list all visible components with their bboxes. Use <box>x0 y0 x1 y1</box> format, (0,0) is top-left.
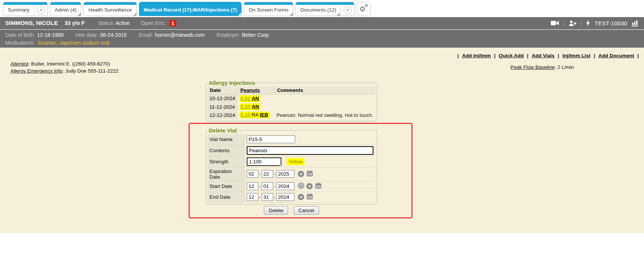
injection-comment: Peanuts: Normal red swelling. Hot to tou… <box>275 111 375 119</box>
reaction-code-link[interactable]: IEB <box>260 112 268 118</box>
email: Email:horner@mieweb.com <box>139 32 205 38</box>
table-header-row: Date Peanuts Comments <box>208 86 375 95</box>
status-value: Active <box>116 20 130 26</box>
start-month-input[interactable] <box>247 182 258 190</box>
end-year-input[interactable] <box>276 193 294 201</box>
start-year-input[interactable] <box>276 182 294 190</box>
calendar-icon[interactable] <box>306 172 313 178</box>
employer-label: Employer: <box>217 32 240 38</box>
tab-medical-record-active[interactable]: Medical Record (17):MAR/Injections (7) <box>139 2 242 16</box>
clock-icon[interactable] <box>298 185 304 190</box>
dose-link[interactable]: 0.10 <box>240 104 250 109</box>
date-separator: - <box>259 171 261 177</box>
dob-label: Date of birth: <box>5 32 35 38</box>
separator: | <box>494 53 496 58</box>
table-row: 10-12-2024 0.02 AN <box>208 95 375 103</box>
separator: | <box>594 53 595 58</box>
tab-health-surveillance[interactable]: Health Surveillance <box>83 2 136 16</box>
clear-date-icon[interactable] <box>298 194 304 200</box>
link-quick-add[interactable]: Quick Add <box>499 53 524 58</box>
injection-comment <box>275 103 375 111</box>
separator: | <box>637 53 639 58</box>
cancel-button[interactable]: Cancel <box>294 206 319 215</box>
resize-handle-icon[interactable] <box>279 163 282 166</box>
allergist-link[interactable]: Allergist <box>10 61 28 67</box>
start-date-cell: -- <box>245 181 376 192</box>
contents-cell <box>245 145 376 156</box>
open-enc-badge[interactable]: 1 <box>169 20 176 26</box>
divider <box>581 20 581 26</box>
settings-gear-icon[interactable] <box>357 2 370 16</box>
contents-input[interactable] <box>247 146 373 155</box>
video-camera-icon[interactable] <box>551 20 559 26</box>
demographics-line-2: Medications: losartan, naproxen sodium o… <box>5 39 639 47</box>
patient-header-bar: SIMMONS, NICOLE 33 y/o F Status: Active … <box>0 17 644 29</box>
employer: Employer:Better Corp. <box>217 32 270 38</box>
link-add-inj-imm[interactable]: Add Inj/Imm <box>462 53 491 58</box>
lightning-bolt-icon[interactable] <box>586 20 590 26</box>
clear-date-icon[interactable] <box>306 183 313 189</box>
allergist-line: Allergist: Butler, Internist E. ((260) 4… <box>10 60 119 67</box>
expiration-year-input[interactable] <box>276 170 294 178</box>
flowsheet-chart-icon[interactable] <box>632 20 639 26</box>
allergy-emergency-link[interactable]: Allergy Emergency Info <box>10 68 63 74</box>
col-peanuts[interactable]: Peanuts <box>238 86 275 95</box>
table-row: 11-12-2024 0.10 AN <box>208 103 375 111</box>
separator: | <box>527 53 528 58</box>
expiration-date-cell: -- <box>245 167 376 181</box>
clear-date-icon[interactable] <box>298 171 304 177</box>
end-month-input[interactable] <box>247 193 258 201</box>
dose-link[interactable]: 0.10 <box>240 112 250 118</box>
start-date-label: Start Date <box>208 181 245 192</box>
peak-flow-link[interactable]: Peak Flow Baseline <box>511 64 555 70</box>
popout-icon <box>37 6 45 14</box>
tab-accent-strip <box>50 2 81 5</box>
tab-admin[interactable]: Admin (4) <box>50 2 82 16</box>
tab-summary[interactable]: Summary <box>3 2 48 16</box>
chevron-fold-icon <box>290 13 293 16</box>
reaction-code-link[interactable]: AN <box>252 96 259 101</box>
dose-link[interactable]: 0.02 <box>240 96 250 101</box>
chevron-fold-icon <box>337 13 340 16</box>
tab-documents[interactable]: Documents (12) <box>296 2 354 16</box>
strength-row: Strength Yellow <box>208 156 375 167</box>
reaction-code: RA <box>252 112 258 118</box>
tab-on-screen-forms[interactable]: On Screen Forms <box>244 2 293 16</box>
medications-links[interactable]: losartan, naproxen sodium oral <box>38 40 109 46</box>
start-day-input[interactable] <box>262 182 273 190</box>
email-label: Email: <box>139 32 153 38</box>
open-enc-label: Open Enc: <box>141 20 165 26</box>
expiration-day-input[interactable] <box>262 170 273 178</box>
add-person-icon[interactable] <box>569 20 577 26</box>
injection-date: 11-12-2024 <box>208 103 238 111</box>
link-add-vials[interactable]: Add Vials <box>532 53 555 58</box>
vial-name-input[interactable] <box>247 135 295 143</box>
allergy-contact-info: Allergist: Butler, Internist E. ((260) 4… <box>10 60 119 74</box>
end-day-input[interactable] <box>262 193 273 201</box>
date-separator: - <box>259 183 261 189</box>
table-row: 12-12-2024 0.10 RA IEB Peanuts: Normal r… <box>208 111 375 119</box>
reaction-code-link[interactable]: AN <box>252 104 259 109</box>
delete-vial-title: Delete Vial <box>208 127 238 134</box>
dob-value: 12-18-1990 <box>37 32 64 38</box>
patient-age-sex: 33 y/o F <box>64 20 85 26</box>
expiration-month-input[interactable] <box>247 170 258 178</box>
tab-medical-record-label: Medical Record (17):MAR/Injections (7) <box>139 2 242 16</box>
separator: | <box>558 53 559 58</box>
chevron-fold-icon <box>133 13 136 16</box>
injection-dose-cell: 0.10 RA IEB <box>238 111 275 119</box>
separator: | <box>457 53 459 58</box>
email-value: horner@mieweb.com <box>155 32 205 38</box>
calendar-icon[interactable] <box>315 185 322 190</box>
link-inj-imm-list[interactable]: Inj/Imm List <box>562 53 590 58</box>
injection-comment <box>275 95 375 103</box>
action-links: | Add Inj/Imm | Quick Add | Add Vials | … <box>457 53 640 58</box>
peanuts-column-link[interactable]: Peanuts <box>240 87 260 93</box>
expiration-date-row: Expiration Date -- <box>208 167 375 181</box>
col-date: Date <box>208 86 238 95</box>
strength-input[interactable] <box>247 157 281 166</box>
col-comments: Comments <box>275 86 375 95</box>
link-add-document[interactable]: Add Document <box>598 53 634 58</box>
delete-button[interactable]: Delete <box>264 206 288 215</box>
calendar-icon[interactable] <box>306 195 313 201</box>
